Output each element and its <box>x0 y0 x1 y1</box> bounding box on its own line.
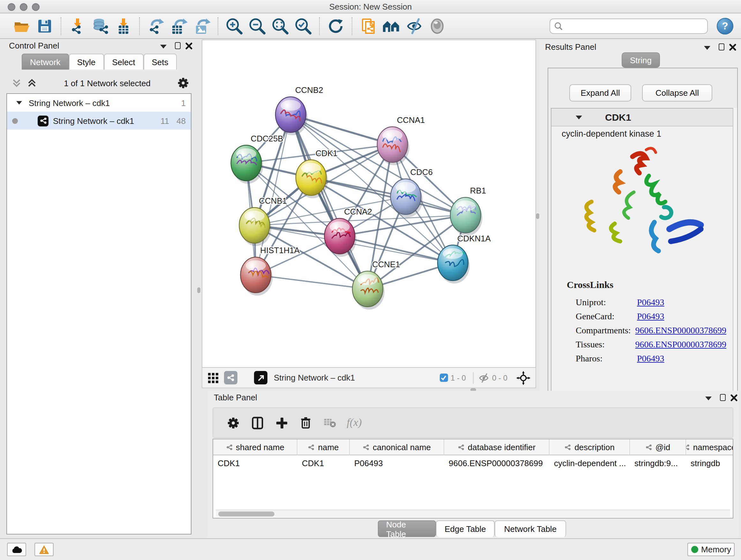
results-scrollbar[interactable] <box>733 108 737 416</box>
float-panel-icon[interactable] <box>720 394 726 401</box>
network-canvas[interactable]: CCNB2CCNA1CDC25BCDK1CDC6RB1CCNB1CCNA2CDK… <box>202 40 536 368</box>
cell-id[interactable]: stringdb:9... <box>630 455 686 471</box>
tab-style[interactable]: Style <box>69 54 104 70</box>
selected-indicator-checkbox[interactable] <box>440 374 448 382</box>
column-header[interactable]: name <box>297 439 350 455</box>
cell-canonical-name[interactable]: P06493 <box>350 455 444 471</box>
selected-counts: 1 - 0 <box>451 373 466 382</box>
export-table-button[interactable] <box>167 15 190 37</box>
cell-database-identifier[interactable]: 9606.ENSP00000378699 <box>444 455 549 471</box>
tab-sets[interactable]: Sets <box>143 54 177 70</box>
cell-namespace[interactable]: stringdb <box>686 455 733 471</box>
grid-view-icon[interactable] <box>207 372 219 383</box>
search-field[interactable] <box>549 18 708 34</box>
node-table: shared name name canonical name database… <box>212 439 733 518</box>
tab-edge-table[interactable]: Edge Table <box>436 520 495 537</box>
tab-string[interactable]: String <box>622 52 660 68</box>
import-table-button[interactable] <box>112 15 135 37</box>
open-session-button[interactable] <box>10 15 33 37</box>
float-panel-icon[interactable] <box>719 44 724 51</box>
import-database-icon <box>91 17 110 35</box>
cell-description[interactable]: cyclin-dependent ... <box>549 455 630 471</box>
zoom-out-button[interactable] <box>246 15 269 37</box>
create-column-button[interactable] <box>269 417 293 429</box>
collapse-panel-icon[interactable] <box>160 45 166 49</box>
scrollbar-thumb[interactable] <box>218 511 274 516</box>
cell-name[interactable]: CDK1 <box>297 455 350 471</box>
expand-all-networks-icon[interactable] <box>27 78 37 88</box>
column-header[interactable]: namespace <box>686 439 733 455</box>
splitter-grip[interactable] <box>536 213 539 219</box>
network-tree-root-row[interactable]: String Network – cdk1 1 <box>7 94 191 112</box>
collapse-all-networks-icon[interactable] <box>11 78 22 88</box>
network-node-label: CDKN1A <box>457 234 491 243</box>
import-network-from-database-button[interactable] <box>89 15 112 37</box>
import-network-button[interactable] <box>66 15 89 37</box>
expand-all-button[interactable]: Expand All <box>569 84 631 102</box>
tissues-link[interactable]: 9606.ENSP00000378699 <box>635 340 726 350</box>
uniprot-link[interactable]: P06493 <box>637 298 664 308</box>
cell-shared-name[interactable]: CDK1 <box>213 455 297 471</box>
network-view-title: String Network – cdk1 <box>274 373 355 382</box>
close-panel-icon[interactable] <box>185 42 193 50</box>
float-panel-icon[interactable] <box>175 42 181 49</box>
genecard-link[interactable]: P06493 <box>637 312 664 322</box>
tab-network[interactable]: Network <box>22 54 69 70</box>
column-header[interactable]: shared name <box>213 439 297 455</box>
refresh-view-button[interactable] <box>324 15 347 37</box>
gene-section-header[interactable]: CDK1 <box>551 109 734 126</box>
zoom-in-button[interactable] <box>223 15 246 37</box>
table-options-button[interactable] <box>221 417 245 429</box>
collapse-panel-icon[interactable] <box>704 46 711 50</box>
delete-column-button[interactable] <box>293 416 318 429</box>
node-gloss <box>396 182 416 192</box>
search-input[interactable] <box>563 21 703 31</box>
clone-network-button[interactable] <box>357 15 380 37</box>
network-node-label: CCNA2 <box>344 207 372 216</box>
network-tree-row-selected[interactable]: String Network – cdk1 11 48 <box>7 112 191 130</box>
zoom-selected-button[interactable] <box>292 15 315 37</box>
table-horizontal-scrollbar[interactable] <box>216 509 730 516</box>
close-panel-icon[interactable] <box>729 44 737 51</box>
table-row[interactable]: CDK1 CDK1 P06493 9606.ENSP00000378699 cy… <box>213 455 733 471</box>
open-in-window-icon[interactable] <box>254 371 267 384</box>
column-header[interactable]: canonical name <box>350 439 444 455</box>
help-button[interactable]: ? <box>717 17 733 34</box>
help-icon: ? <box>722 20 728 32</box>
tab-select[interactable]: Select <box>104 54 143 70</box>
collapse-panel-icon[interactable] <box>705 396 712 400</box>
export-image-button[interactable] <box>190 15 213 37</box>
export-network-button[interactable] <box>144 15 167 37</box>
cloud-button[interactable] <box>7 543 26 556</box>
column-header[interactable]: @id <box>630 439 686 455</box>
collection-count: 1 <box>169 98 186 108</box>
memory-button[interactable]: Memory <box>687 543 735 556</box>
navigator-crosshair-icon[interactable] <box>516 371 530 385</box>
network-edge[interactable] <box>311 178 466 215</box>
show-columns-button[interactable] <box>245 416 269 429</box>
network-label: String Network – cdk1 <box>53 116 152 125</box>
tab-network-table[interactable]: Network Table <box>495 520 566 537</box>
network-edge[interactable] <box>291 115 367 289</box>
network-options-gear-icon[interactable] <box>178 77 189 89</box>
home-networks-button[interactable] <box>380 15 403 37</box>
column-header[interactable]: database identifier <box>444 439 549 455</box>
tree-expander-icon[interactable] <box>16 101 22 105</box>
tab-node-table[interactable]: Node Table <box>378 520 436 537</box>
cloud-icon <box>11 546 22 553</box>
collapse-all-button[interactable]: Collapse All <box>642 84 712 102</box>
splitter-grip[interactable] <box>197 287 200 293</box>
export-image-icon <box>193 17 211 35</box>
close-panel-icon[interactable] <box>730 394 738 401</box>
column-header[interactable]: description <box>549 439 630 455</box>
section-expander-icon[interactable] <box>576 115 582 119</box>
crosslink-label: Tissues: <box>576 340 635 350</box>
hide-graphics-details-button[interactable] <box>403 15 426 37</box>
zoom-fit-button[interactable] <box>269 15 292 37</box>
show-graphics-details-button[interactable] <box>426 15 449 37</box>
compartments-link[interactable]: 9606.ENSP00000378699 <box>635 326 726 336</box>
network-edge[interactable] <box>340 236 453 263</box>
pharos-link[interactable]: P06493 <box>637 354 664 364</box>
save-session-button[interactable] <box>33 15 56 37</box>
warnings-button[interactable] <box>35 543 54 556</box>
